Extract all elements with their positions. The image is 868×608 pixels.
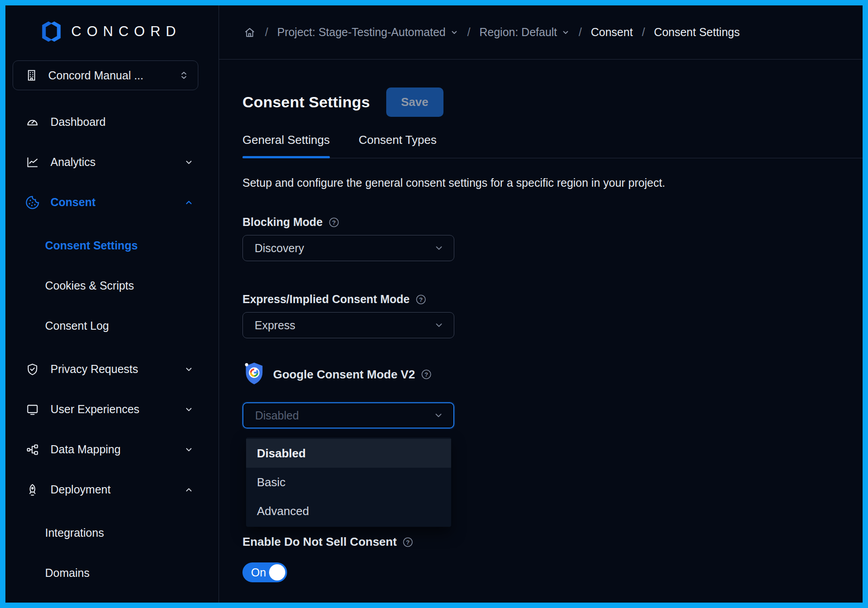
- chevron-down-icon: [184, 405, 193, 414]
- google-consent-mode-value: Disabled: [255, 409, 434, 422]
- app-window: CONCORD Concord Manual ...: [0, 0, 868, 608]
- tab-bar: General Settings Consent Types: [242, 133, 863, 158]
- sidebar-item-cookies-scripts[interactable]: Cookies & Scripts: [5, 266, 219, 306]
- express-implied-select[interactable]: Express: [242, 312, 454, 338]
- rocket-icon: [25, 483, 40, 497]
- sidebar-item-label: Integrations: [45, 526, 193, 539]
- organization-name: Concord Manual ...: [48, 69, 169, 82]
- blocking-mode-label-row: Blocking Mode ?: [242, 216, 863, 229]
- page-description: Setup and configure the general consent …: [242, 176, 863, 189]
- sidebar-item-label: Consent Settings: [45, 239, 193, 252]
- breadcrumb-project[interactable]: Project: Stage-Testing-Automated: [277, 26, 458, 39]
- sidebar-item-analytics[interactable]: Analytics: [5, 142, 219, 182]
- home-icon[interactable]: [243, 26, 256, 39]
- dropdown-option-advanced[interactable]: Advanced: [246, 497, 451, 525]
- help-icon[interactable]: ?: [415, 294, 427, 305]
- sidebar-item-user-experiences[interactable]: User Experiences: [5, 389, 219, 429]
- sidebar-item-label: Data Mapping: [50, 443, 174, 456]
- sidebar: CONCORD Concord Manual ...: [5, 5, 219, 603]
- sidebar-item-consent-settings[interactable]: Consent Settings: [5, 226, 219, 266]
- breadcrumb: / Project: Stage-Testing-Automated / Reg…: [219, 5, 863, 60]
- sidebar-item-label: Consent: [50, 196, 174, 209]
- save-button[interactable]: Save: [386, 88, 443, 117]
- sidebar-item-data-mapping[interactable]: Data Mapping: [5, 429, 219, 470]
- chevron-down-icon: [562, 28, 570, 37]
- google-consent-mode-select[interactable]: Disabled: [242, 402, 454, 428]
- toggle-knob: [269, 564, 285, 580]
- sidebar-item-label: Deployment: [50, 483, 174, 496]
- svg-text:?: ?: [425, 371, 428, 378]
- sidebar-item-label: Cookies & Scripts: [45, 279, 193, 292]
- sidebar-item-label: Privacy Requests: [50, 363, 174, 376]
- sidebar-nav: Dashboard Analytics: [5, 102, 219, 593]
- sidebar-item-label: Domains: [45, 567, 193, 580]
- sidebar-item-domains[interactable]: Domains: [5, 553, 219, 593]
- analytics-chart-icon: [25, 155, 40, 170]
- google-consent-mode-label-row: Google Consent Mode V2 ?: [242, 362, 863, 387]
- up-down-chevron-icon: [179, 70, 189, 80]
- chevron-up-icon: [184, 485, 193, 494]
- sidebar-item-label: Dashboard: [50, 115, 193, 129]
- help-icon[interactable]: ?: [420, 368, 432, 380]
- breadcrumb-separator: /: [467, 26, 471, 39]
- help-icon[interactable]: ?: [402, 536, 414, 548]
- breadcrumb-separator: /: [579, 26, 582, 39]
- organization-selector[interactable]: Concord Manual ...: [13, 60, 198, 90]
- blocking-mode-select[interactable]: Discovery: [242, 235, 454, 261]
- breadcrumb-separator: /: [265, 26, 268, 39]
- blocking-mode-value: Discovery: [255, 242, 434, 255]
- chevron-up-icon: [184, 198, 193, 207]
- google-shield-icon: [242, 362, 266, 387]
- chevron-down-icon: [434, 320, 444, 330]
- sidebar-item-integrations[interactable]: Integrations: [5, 513, 219, 553]
- dashboard-gauge-icon: [25, 115, 40, 129]
- do-not-sell-label-row: Enable Do Not Sell Consent ?: [242, 535, 863, 549]
- monitor-icon: [25, 402, 40, 417]
- dropdown-option-disabled[interactable]: Disabled: [246, 439, 451, 468]
- chevron-down-icon: [434, 243, 444, 253]
- shield-check-icon: [25, 362, 40, 377]
- network-nodes-icon: [25, 442, 40, 457]
- cookie-icon: [25, 195, 40, 210]
- chevron-down-icon: [184, 445, 193, 454]
- page-content: Consent Settings Save General Settings C…: [219, 60, 863, 603]
- brand-logo: CONCORD: [5, 5, 219, 42]
- sidebar-item-dashboard[interactable]: Dashboard: [5, 102, 219, 142]
- sidebar-item-label: Analytics: [50, 156, 174, 169]
- sidebar-item-privacy-requests[interactable]: Privacy Requests: [5, 349, 219, 389]
- do-not-sell-toggle[interactable]: On: [242, 562, 287, 582]
- express-implied-value: Express: [255, 319, 434, 332]
- sidebar-item-consent-log[interactable]: Consent Log: [5, 306, 219, 346]
- tab-consent-types[interactable]: Consent Types: [359, 133, 437, 158]
- svg-text:?: ?: [406, 539, 410, 545]
- chevron-down-icon: [450, 28, 458, 37]
- building-icon: [25, 69, 38, 82]
- sidebar-item-consent[interactable]: Consent: [5, 182, 219, 222]
- dropdown-option-basic[interactable]: Basic: [246, 468, 451, 497]
- help-icon[interactable]: ?: [328, 216, 340, 228]
- chevron-down-icon: [184, 158, 193, 167]
- chevron-down-icon: [434, 410, 443, 420]
- brand-name: CONCORD: [71, 23, 181, 40]
- express-implied-label: Express/Implied Consent Mode: [242, 293, 410, 306]
- tab-general-settings[interactable]: General Settings: [242, 133, 330, 158]
- chevron-down-icon: [184, 365, 193, 374]
- breadcrumb-region[interactable]: Region: Default: [480, 26, 570, 39]
- sidebar-item-label: User Experiences: [50, 403, 174, 416]
- breadcrumb-consent[interactable]: Consent: [591, 26, 633, 39]
- toggle-on-label: On: [251, 566, 266, 579]
- do-not-sell-label: Enable Do Not Sell Consent: [242, 535, 397, 549]
- breadcrumb-consent-settings[interactable]: Consent Settings: [654, 26, 740, 39]
- svg-text:?: ?: [419, 296, 423, 303]
- svg-text:?: ?: [332, 219, 336, 226]
- google-consent-mode-dropdown-menu: Disabled Basic Advanced: [246, 438, 451, 527]
- blocking-mode-label: Blocking Mode: [242, 216, 323, 229]
- sidebar-item-deployment[interactable]: Deployment: [5, 470, 219, 510]
- express-implied-label-row: Express/Implied Consent Mode ?: [242, 293, 863, 306]
- google-consent-mode-label: Google Consent Mode V2 ?: [273, 368, 432, 382]
- main-area: / Project: Stage-Testing-Automated / Reg…: [219, 5, 863, 603]
- breadcrumb-separator: /: [642, 26, 645, 39]
- concord-logo-icon: [39, 21, 64, 42]
- sidebar-item-label: Consent Log: [45, 319, 193, 332]
- page-title: Consent Settings: [242, 93, 370, 111]
